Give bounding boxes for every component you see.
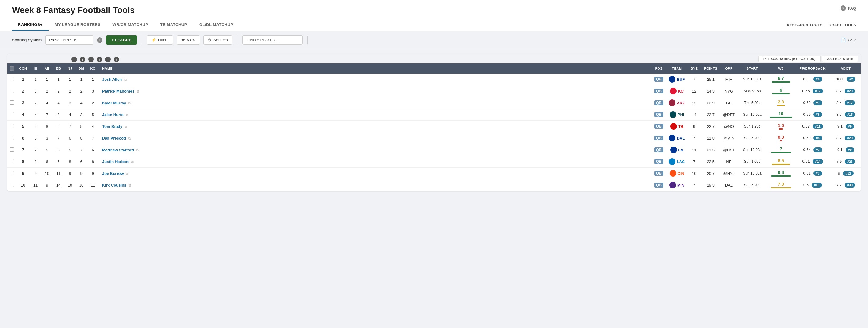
filters-button[interactable]: ⚡ Filters — [147, 35, 173, 44]
col-info-con[interactable]: i — [71, 57, 77, 62]
adot-badge-2: #17 — [845, 100, 855, 105]
row-kc-8: 9 — [87, 168, 98, 179]
team-abbr-2: ARZ — [677, 101, 685, 105]
row-w8-6: 7 — [767, 144, 795, 156]
col-info-nj[interactable]: i — [105, 57, 111, 62]
row-checkbox-5[interactable] — [7, 132, 16, 144]
row-name-4: Tom Brady ⧉ — [98, 121, 651, 132]
csv-button[interactable]: 📄 CSV — [841, 38, 856, 42]
row-checkbox-2[interactable] — [7, 97, 16, 109]
row-name-3: Jalen Hurts ⧉ — [98, 109, 651, 121]
player-window-icon-8[interactable]: ⧉ — [126, 172, 128, 175]
tab-rankings[interactable]: RANKINGS+ — [12, 19, 49, 31]
tab-te[interactable]: TE MATCHUP — [154, 19, 193, 31]
player-window-icon-0[interactable]: ⧉ — [124, 78, 127, 81]
player-name-link-1[interactable]: Patrick Mahomes — [102, 89, 134, 93]
table-row: 10 11 9 14 10 10 11 Kirk Cousins ⧉ QB MI… — [7, 179, 861, 191]
row-checkbox-0[interactable] — [7, 73, 16, 85]
adot-badge-3: #15 — [845, 112, 855, 117]
row-rank-6: 7 — [16, 144, 30, 156]
player-window-icon-2[interactable]: ⧉ — [128, 101, 131, 105]
row-rank-1: 2 — [16, 85, 30, 97]
tab-ol-dl[interactable]: OL/DL MATCHUP — [193, 19, 239, 31]
row-fp-5: 0.59 #8 — [795, 132, 831, 144]
row-nj-5: 8 — [76, 132, 87, 144]
row-name-8: Joe Burrow ⧉ — [98, 168, 651, 179]
row-kc-7: 8 — [87, 156, 98, 168]
player-window-icon-3[interactable]: ⧉ — [126, 113, 128, 117]
row-points-8: 20.7 — [701, 168, 721, 179]
row-nj-4: 5 — [76, 121, 87, 132]
research-tools-link[interactable]: RESEARCH TOOLS — [787, 23, 823, 27]
player-name-link-5[interactable]: Dak Prescott — [102, 136, 126, 141]
row-checkbox-4[interactable] — [7, 121, 16, 132]
row-bb-3: 4 — [64, 109, 76, 121]
player-window-icon-7[interactable]: ⧉ — [131, 160, 133, 164]
team-logo-9 — [670, 182, 676, 188]
team-abbr-4: TB — [678, 124, 683, 129]
table-row: 8 8 6 5 8 6 8 Justin Herbert ⧉ QB LAC 7 … — [7, 156, 861, 168]
team-abbr-6: LA — [678, 148, 683, 152]
row-con-3: 4 — [30, 109, 41, 121]
row-w8-0: 6.7 — [767, 73, 795, 85]
row-adot-7: 7.9 #23 — [831, 156, 861, 168]
row-bb-9: 10 — [64, 179, 76, 191]
scoring-info-icon[interactable]: i — [97, 37, 102, 43]
player-name-link-7[interactable]: Justin Herbert — [102, 159, 129, 164]
table-row: 6 6 3 7 6 8 7 Dak Prescott ⧉ QB DAL 7 21… — [7, 132, 861, 144]
team-logo-4 — [670, 123, 677, 130]
player-window-icon-5[interactable]: ⧉ — [128, 137, 131, 140]
row-adot-2: 8.4 #17 — [831, 97, 861, 109]
player-name-link-3[interactable]: Jalen Hurts — [102, 113, 124, 117]
row-checkbox-3[interactable] — [7, 109, 16, 121]
question-icon: ? — [841, 5, 846, 11]
row-bb-2: 3 — [64, 97, 76, 109]
player-name-link-6[interactable]: Matthew Stafford — [102, 148, 134, 152]
row-checkbox-6[interactable] — [7, 144, 16, 156]
row-con-9: 11 — [30, 179, 41, 191]
row-checkbox-8[interactable] — [7, 168, 16, 179]
row-points-7: 22.5 — [701, 156, 721, 168]
col-info-kc[interactable]: i — [114, 57, 119, 62]
row-team-7: LAC — [666, 156, 687, 168]
col-info-ih[interactable]: i — [80, 57, 85, 62]
team-abbr-9: MIN — [677, 183, 684, 187]
th-checkbox — [7, 63, 16, 73]
th-team: TEAM — [666, 63, 687, 73]
draft-tools-link[interactable]: DRAFT TOOLS — [829, 23, 856, 27]
tab-my-league[interactable]: MY LEAGUE ROSTERS — [49, 19, 106, 31]
row-bye-6: 11 — [687, 144, 701, 156]
row-start-3: Sun 10:00a — [737, 109, 767, 121]
player-name-link-2[interactable]: Kyler Murray — [102, 101, 126, 105]
row-adot-8: 9 #12 — [831, 168, 861, 179]
row-ae-4: 6 — [53, 121, 64, 132]
league-button[interactable]: + LEAGUE — [106, 35, 136, 44]
player-name-link-0[interactable]: Josh Allen — [102, 77, 122, 82]
player-window-icon-1[interactable]: ⧉ — [137, 90, 139, 93]
view-button[interactable]: 👁 View — [177, 35, 200, 44]
row-start-1: Mon 5:15p — [737, 85, 767, 97]
row-checkbox-7[interactable] — [7, 156, 16, 168]
player-window-icon-4[interactable]: ⧉ — [125, 125, 127, 128]
player-name-link-8[interactable]: Joe Burrow — [102, 171, 124, 176]
row-ih-0: 1 — [41, 73, 53, 85]
player-window-icon-9[interactable]: ⧉ — [129, 184, 131, 187]
player-search-input[interactable] — [242, 35, 303, 44]
scoring-select[interactable]: Preset: PPR ▼ — [45, 35, 93, 44]
player-name-link-9[interactable]: Kirk Cousins — [102, 183, 126, 187]
adot-badge-7: #23 — [845, 159, 855, 164]
sources-button[interactable]: ⚙ Sources — [204, 35, 232, 44]
player-name-link-4[interactable]: Tom Brady — [102, 124, 122, 129]
adot-badge-1: #20 — [845, 89, 855, 93]
fp-badge-1: #12 — [812, 89, 823, 93]
row-ih-7: 6 — [41, 156, 53, 168]
faq-link[interactable]: ? FAQ — [841, 5, 856, 11]
player-window-icon-6[interactable]: ⧉ — [136, 148, 138, 152]
row-ae-5: 7 — [53, 132, 64, 144]
row-checkbox-1[interactable] — [7, 85, 16, 97]
tab-wr-cb[interactable]: WR/CB MATCHUP — [106, 19, 154, 31]
col-info-bb[interactable]: i — [97, 57, 102, 62]
row-adot-0: 10.1 #2 — [831, 73, 861, 85]
row-checkbox-9[interactable] — [7, 179, 16, 191]
col-info-ae[interactable]: i — [88, 57, 94, 62]
